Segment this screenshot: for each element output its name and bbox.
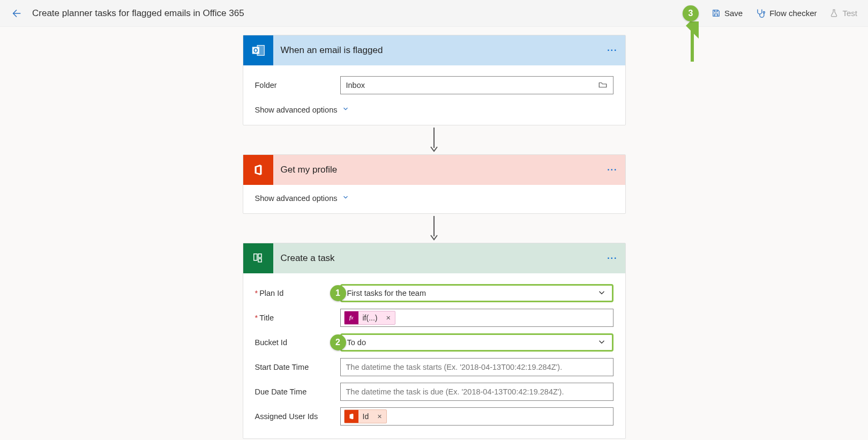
trigger-title: When an email is flagged [273,45,608,56]
expression-token[interactable]: fx if(...) × [344,311,395,325]
trigger-header[interactable]: O When an email is flagged ··· [243,35,625,65]
chevron-down-icon [597,288,607,299]
callout-2: 2 [330,334,346,350]
title-input[interactable]: fx if(...) × [340,309,613,327]
annotation-arrow-icon [684,21,700,66]
advanced-toggle[interactable]: Show advanced options [255,105,613,114]
start-placeholder: The datetime the task starts (Ex. '2018-… [346,363,563,371]
flow-checker-label: Flow checker [769,9,817,18]
token-remove-icon[interactable]: × [373,412,386,421]
due-label: Due Date Time [255,387,340,396]
planid-value: First tasks for the team [347,289,426,297]
bucket-select[interactable]: To do [340,333,613,352]
connector-arrow [429,125,439,154]
svg-rect-10 [258,259,261,262]
svg-text:O: O [253,48,258,54]
task-title: Create a task [273,253,608,264]
assigned-input[interactable]: Id × [340,407,613,426]
svg-point-0 [763,11,765,13]
profile-header[interactable]: Get my profile ··· [243,155,625,185]
stethoscope-icon [755,8,766,18]
top-actions: 3 Save Flow checker Test [683,5,857,21]
folder-value: Inbox [346,81,365,90]
office-icon [243,155,273,185]
page-title: Create planner tasks for flagged emails … [32,8,683,19]
profile-card: Get my profile ··· Show advanced options [243,154,626,214]
folder-input[interactable]: Inbox [340,76,613,94]
chevron-down-icon [342,105,349,114]
token-text: Id [358,412,373,421]
bucket-value: To do [347,338,366,347]
callout-1: 1 [330,285,346,301]
token-text: if(...) [358,314,382,322]
profile-title: Get my profile [273,165,608,175]
folder-label: Folder [255,81,340,90]
folder-picker-icon[interactable] [598,80,608,90]
planner-icon [243,243,273,273]
save-icon [712,9,721,18]
beaker-icon [829,9,839,18]
card-menu-icon[interactable]: ··· [607,165,617,175]
trigger-card: O When an email is flagged ··· Folder In… [243,35,626,125]
task-card: Create a task ··· *Plan Id 1 First tasks… [243,243,626,439]
planid-select[interactable]: First tasks for the team [340,284,613,302]
outlook-icon: O [243,35,273,65]
advanced-label: Show advanced options [255,194,338,203]
card-menu-icon[interactable]: ··· [607,46,617,55]
start-input[interactable]: The datetime the task starts (Ex. '2018-… [340,358,613,376]
back-arrow-icon[interactable] [11,8,23,19]
bucket-label: Bucket Id [255,338,340,347]
start-label: Start Date Time [255,363,340,371]
flow-checker-button[interactable]: Flow checker [755,8,817,18]
save-label: Save [724,9,743,18]
connector-arrow [429,214,439,243]
office-icon [345,409,358,423]
callout-3: 3 [683,5,699,21]
card-menu-icon[interactable]: ··· [607,253,617,263]
due-placeholder: The datetime the task is due (Ex. '2018-… [346,387,564,396]
advanced-label: Show advanced options [255,106,338,114]
planid-label: *Plan Id [255,289,340,297]
svg-rect-8 [253,254,257,260]
test-label: Test [842,9,857,18]
flow-canvas: O When an email is flagged ··· Folder In… [0,27,868,439]
svg-rect-9 [258,254,261,258]
fx-icon: fx [345,311,358,325]
title-label: *Title [255,314,340,322]
advanced-toggle[interactable]: Show advanced options [255,193,613,203]
chevron-down-icon [597,337,607,348]
due-input[interactable]: The datetime the task is due (Ex. '2018-… [340,383,613,401]
save-button[interactable]: Save [712,9,743,18]
chevron-down-icon [342,193,349,203]
test-button[interactable]: Test [829,9,857,18]
token-remove-icon[interactable]: × [382,314,395,322]
top-bar: Create planner tasks for flagged emails … [0,0,868,27]
task-header[interactable]: Create a task ··· [243,243,625,273]
assigned-label: Assigned User Ids [255,412,340,421]
dynamic-token[interactable]: Id × [344,409,387,423]
